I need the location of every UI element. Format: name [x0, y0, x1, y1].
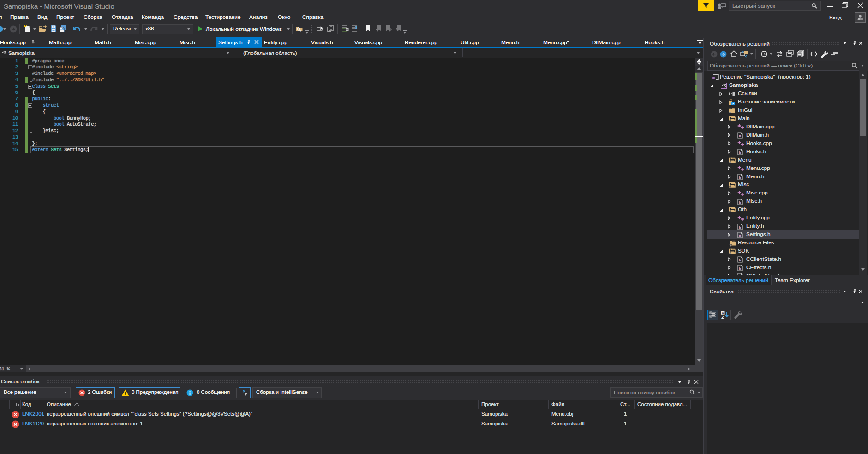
svg-text:h: h [739, 258, 741, 262]
svg-text:h: h [739, 200, 741, 205]
svg-text:2: 2 [355, 25, 358, 30]
svg-text:h: h [739, 134, 741, 138]
svg-text:h: h [739, 151, 741, 155]
svg-text:h: h [739, 234, 741, 238]
svg-text:Z: Z [721, 315, 724, 319]
svg-text:h: h [739, 176, 741, 180]
svg-text:h: h [739, 225, 741, 230]
svg-text:h: h [739, 266, 741, 271]
